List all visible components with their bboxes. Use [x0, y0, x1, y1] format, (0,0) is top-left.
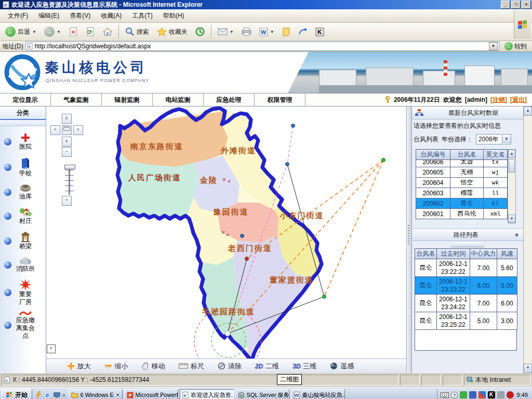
- lightning-icon[interactable]: [35, 391, 42, 398]
- address-dropdown-button[interactable]: ▼: [489, 42, 498, 50]
- tab-plant[interactable]: 电站监测: [153, 94, 204, 107]
- page-scrollbar[interactable]: ▲ ▼: [523, 107, 532, 373]
- messenger-button[interactable]: [295, 26, 311, 37]
- tray-icon-3[interactable]: [478, 391, 486, 398]
- tray-icon-6[interactable]: [507, 391, 514, 398]
- tray-icon-4[interactable]: K: [488, 391, 495, 398]
- path-row[interactable]: 昆仑2006-12-1 23:25:225.003.00: [415, 312, 517, 330]
- sidebar-item-bridge[interactable]: 桥梁: [0, 228, 46, 254]
- tab-emergency[interactable]: 应急处理: [204, 94, 255, 107]
- pan-tool[interactable]: 移动: [142, 362, 165, 371]
- forward-button[interactable]: →▼: [41, 25, 64, 38]
- clear-tool[interactable]: 清除: [218, 362, 242, 371]
- desktop-quick-icon[interactable]: [54, 392, 60, 398]
- typhoon-row[interactable]: 200605无稽wj: [416, 167, 507, 178]
- typhoon-table-scrollbar[interactable]: ▲ ▼: [508, 149, 516, 223]
- sidebar-item-oil-depot[interactable]: 油库: [0, 180, 46, 204]
- year-dropdown-icon[interactable]: ▼: [502, 135, 511, 143]
- page-scroll-up-icon[interactable]: ▲: [524, 107, 532, 116]
- menu-edit[interactable]: 编辑(E): [34, 10, 64, 22]
- ruler-tool[interactable]: 标尺: [179, 362, 204, 371]
- typhoon-row[interactable]: 200606太虚tx: [416, 160, 507, 167]
- minimize-button[interactable]: _: [501, 1, 510, 9]
- zoom-out-step-button[interactable]: −: [62, 147, 72, 157]
- restore-button[interactable]: ❐: [511, 1, 521, 9]
- home-button[interactable]: [100, 25, 115, 38]
- expand-corner-button[interactable]: >: [47, 344, 56, 353]
- zoom-slider-handle[interactable]: [64, 165, 75, 169]
- pan-left-button[interactable]: <: [50, 125, 60, 135]
- menu-help[interactable]: 帮助(H): [158, 10, 189, 22]
- print-button[interactable]: [238, 26, 255, 37]
- search-button[interactable]: 搜索: [122, 25, 152, 38]
- remote-sensing-tool[interactable]: 遥感: [330, 362, 354, 371]
- view-2d-tool[interactable]: 2D 二维: [255, 362, 279, 371]
- vertical-splitter[interactable]: [406, 107, 412, 373]
- zoom-in-tool[interactable]: 放大: [67, 362, 91, 371]
- tab-positioning[interactable]: 定位显示: [0, 94, 51, 107]
- scroll-thumb[interactable]: [509, 159, 515, 172]
- start-button[interactable]: 开始: [1, 389, 32, 399]
- collapse-grip-handle[interactable]: [450, 242, 485, 247]
- tray-icon-1[interactable]: [460, 391, 467, 398]
- zoom-out-tool[interactable]: 缩小: [104, 362, 128, 371]
- path-row-selected[interactable]: 昆仑2006-12-1 23:23:226.005.00: [415, 277, 517, 295]
- sidebar-item-hospital[interactable]: 医院: [0, 129, 46, 154]
- typhoon-row[interactable]: 200603榴莲ll: [416, 188, 507, 198]
- ie-quick-icon[interactable]: e: [44, 391, 51, 398]
- stop-button[interactable]: ✕: [65, 25, 81, 38]
- favorites-button[interactable]: 收藏夹: [154, 25, 191, 38]
- full-extent-button[interactable]: [62, 125, 72, 135]
- tab-radiation[interactable]: 辐射监测: [102, 94, 153, 107]
- pan-up-button[interactable]: ∧: [62, 114, 72, 124]
- pan-down-button[interactable]: ∨: [62, 137, 72, 147]
- quick-launch-overflow-icon[interactable]: »: [62, 392, 65, 398]
- discuss-button[interactable]: [279, 26, 294, 38]
- sidebar-item-important-building[interactable]: 重要厂房: [0, 276, 46, 309]
- sidebar-item-village[interactable]: 村庄: [0, 204, 46, 228]
- taskbar-window-explorer-group[interactable]: 6 Windows Expl... ▼: [69, 389, 123, 399]
- zoom-in-step-button[interactable]: +: [62, 196, 72, 206]
- taskbar-window-word[interactable]: W 秦山核电站应急...: [291, 389, 345, 399]
- media-button[interactable]: K: [312, 26, 327, 38]
- mail-button[interactable]: ▼: [215, 26, 237, 37]
- refresh-button[interactable]: ⟳: [83, 25, 98, 38]
- view-3d-tool[interactable]: 3D 三维: [292, 362, 316, 371]
- page-scroll-down-icon[interactable]: ▼: [524, 364, 532, 373]
- path-row[interactable]: 昆仑2006-12-1 23:24:227.006.00: [415, 295, 517, 312]
- menu-view[interactable]: 查看(V): [65, 10, 95, 22]
- tab-weather[interactable]: 气象监测: [51, 94, 102, 107]
- logout-link[interactable]: [注销]: [490, 96, 507, 104]
- pan-right-button[interactable]: >: [73, 125, 83, 135]
- tray-icon-2[interactable]: [469, 391, 476, 398]
- exit-link[interactable]: [退出]: [510, 96, 527, 104]
- sidebar-item-school[interactable]: 学校: [0, 154, 46, 180]
- menu-file[interactable]: 文件(F): [3, 10, 33, 22]
- history-button[interactable]: [192, 25, 208, 38]
- year-select[interactable]: 2006年 ▼: [476, 134, 511, 144]
- collapse-chevron-icon[interactable]: »: [514, 233, 521, 237]
- path-row[interactable]: 昆仑2006-12-1 23:22:227.005.60: [415, 259, 517, 277]
- help-icon[interactable]: ?: [451, 392, 458, 398]
- tab-permissions[interactable]: 权限管理: [255, 94, 305, 107]
- sidebar-item-fire-station[interactable]: 消防所: [0, 254, 46, 276]
- sidebar-item-assembly-point[interactable]: 应急撤离集合点: [0, 309, 46, 343]
- typhoon-row[interactable]: 200601西马伦xml: [416, 209, 507, 219]
- go-button[interactable]: → 转到: [501, 42, 530, 51]
- edit-word-button[interactable]: W▼: [256, 26, 277, 38]
- address-input[interactable]: e http://localhost/QSgridwebgis/default.…: [25, 42, 499, 51]
- taskbar-window-ie-active[interactable]: e 欢迎进入应急资...: [180, 389, 234, 399]
- close-button[interactable]: ✕: [522, 1, 531, 9]
- taskbar-window-sql-server[interactable]: SQL Server 服务...: [235, 389, 289, 399]
- menu-favorites[interactable]: 收藏(A): [96, 10, 126, 22]
- back-button[interactable]: ←后退▼: [2, 25, 39, 38]
- scroll-down-icon[interactable]: ▼: [508, 215, 515, 223]
- keyboard-icon[interactable]: [441, 392, 449, 398]
- tray-icon-5[interactable]: [497, 391, 504, 398]
- menu-tools[interactable]: 工具(T): [127, 10, 157, 22]
- map-canvas[interactable]: [46, 107, 408, 358]
- path-list-header[interactable]: 路径列表 »: [412, 229, 523, 241]
- scroll-up-icon[interactable]: ▲: [508, 150, 515, 158]
- typhoon-row[interactable]: 200604悟空wk: [416, 178, 507, 188]
- typhoon-row-selected[interactable]: 200602昆仑kl: [416, 198, 507, 209]
